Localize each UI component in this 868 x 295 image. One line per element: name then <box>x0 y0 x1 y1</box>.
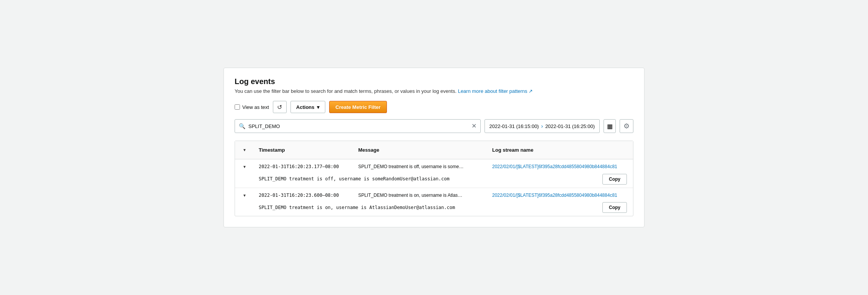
date-range-start: 2022-01-31 (16:15:00) <box>489 123 539 129</box>
log-stream-link-2[interactable]: 2022/02/01/[$LATEST]6f395a28fcdd48558049… <box>492 193 617 198</box>
view-as-text-checkbox[interactable] <box>235 104 240 110</box>
table-header: ▼ Timestamp Message Log stream name <box>235 141 633 159</box>
row-main-1: 2022-01-31T16:20:23.177–08:00 SPLIT_DEMO… <box>235 159 633 174</box>
refresh-icon: ↺ <box>277 104 282 111</box>
search-icon: 🔍 <box>239 123 245 129</box>
subtitle: You can use the filter bar below to sear… <box>235 88 633 94</box>
log-stream-link-1[interactable]: 2022/02/01/[$LATEST]6f395a28fcdd48558049… <box>492 164 617 169</box>
row-expanded-content-2: SPLIT_DEMO treatment is on, username is … <box>235 203 633 216</box>
actions-dropdown-icon: ▾ <box>317 104 320 110</box>
search-input[interactable] <box>248 123 468 129</box>
row-logstream-2: 2022/02/01/[$LATEST]6f395a28fcdd48558049… <box>488 193 633 198</box>
row-expand-toggle-1[interactable] <box>235 164 254 169</box>
panel-header: Log events You can use the filter bar be… <box>235 77 633 94</box>
table-row: 2022-01-31T16:20:23.600–08:00 SPLIT_DEMO… <box>235 188 633 216</box>
col-timestamp: Timestamp <box>254 145 354 155</box>
row-timestamp-1: 2022-01-31T16:20:23.177–08:00 <box>254 164 354 169</box>
table-row: 2022-01-31T16:20:23.177–08:00 SPLIT_DEMO… <box>235 159 633 188</box>
create-metric-filter-button[interactable]: Create Metric Filter <box>329 101 387 113</box>
search-input-wrapper: 🔍 ✕ <box>235 119 481 133</box>
learn-more-link[interactable]: Learn more about filter patterns ↗ <box>458 88 533 94</box>
settings-icon: ⚙ <box>623 122 630 130</box>
chevron-down-icon <box>243 164 246 169</box>
row-expand-toggle-2[interactable] <box>235 193 254 198</box>
calendar-icon: ▦ <box>607 123 613 130</box>
page-title: Log events <box>235 77 633 86</box>
sort-icon: ▼ <box>243 148 246 152</box>
log-events-table: ▼ Timestamp Message Log stream name 2022… <box>235 141 633 216</box>
calendar-button[interactable]: ▦ <box>604 119 616 133</box>
copy-button-2[interactable]: Copy <box>602 202 627 213</box>
log-events-panel: Log events You can use the filter bar be… <box>224 68 644 227</box>
date-range-end: 2022-01-31 (16:25:00) <box>545 123 595 129</box>
row-logstream-1: 2022/02/01/[$LATEST]6f395a28fcdd48558049… <box>488 164 633 169</box>
col-message: Message <box>354 145 488 155</box>
row-timestamp-2: 2022-01-31T16:20:23.600–08:00 <box>254 193 354 198</box>
row-expanded-content-1: SPLIT_DEMO treatment is off, username is… <box>235 174 633 187</box>
chevron-down-icon <box>243 193 246 198</box>
date-range-arrow: › <box>541 123 543 129</box>
settings-button[interactable]: ⚙ <box>620 119 633 133</box>
refresh-button[interactable]: ↺ <box>273 101 287 113</box>
search-bar-row: 🔍 ✕ 2022-01-31 (16:15:00) › 2022-01-31 (… <box>235 119 633 133</box>
col-log-stream-name: Log stream name <box>488 145 633 155</box>
actions-button[interactable]: Actions ▾ <box>290 101 325 113</box>
date-range-wrapper: 2022-01-31 (16:15:00) › 2022-01-31 (16:2… <box>485 119 600 133</box>
col-expand: ▼ <box>235 145 254 155</box>
toolbar: View as text ↺ Actions ▾ Create Metric F… <box>235 101 633 113</box>
view-as-text-label[interactable]: View as text <box>235 104 269 110</box>
row-message-1: SPLIT_DEMO treatment is off, username is… <box>354 164 488 169</box>
search-clear-icon[interactable]: ✕ <box>472 123 476 129</box>
row-message-2: SPLIT_DEMO treatment is on, username is … <box>354 193 488 198</box>
copy-button-1[interactable]: Copy <box>602 174 627 185</box>
row-main-2: 2022-01-31T16:20:23.600–08:00 SPLIT_DEMO… <box>235 188 633 203</box>
